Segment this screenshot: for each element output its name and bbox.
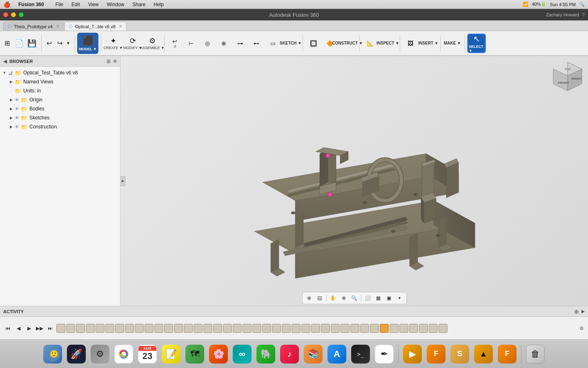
timeline-item-37[interactable] <box>409 324 418 333</box>
timeline-last-button[interactable]: ⏭ <box>46 324 55 333</box>
sketch-offset-button[interactable]: ⊕ <box>216 34 232 53</box>
bodies-expand[interactable]: ▶ <box>8 106 14 112</box>
root-expand-arrow[interactable]: ▼ <box>2 70 7 76</box>
dock-fusion360-2[interactable]: F <box>497 343 518 365</box>
timeline-item-22[interactable] <box>262 324 271 333</box>
timeline-item-8[interactable] <box>125 324 134 333</box>
timeline-item-5[interactable] <box>96 324 105 333</box>
make-button[interactable]: MAKE ▼ <box>443 34 462 53</box>
dock-vlc2[interactable]: ▲ <box>473 343 494 365</box>
construct-button[interactable]: CONSTRUCT ▼ <box>338 34 357 53</box>
create-button[interactable]: ✦ CREATE ▼ <box>104 34 122 53</box>
dock-chrome[interactable] <box>113 343 134 365</box>
timeline-play-button[interactable]: ▶ <box>24 324 33 333</box>
help-menu[interactable]: Help <box>152 2 165 7</box>
dock-arduino[interactable]: ∞ <box>232 343 253 365</box>
timeline-item-19[interactable] <box>233 324 242 333</box>
dock-evernote[interactable]: 🐘 <box>255 343 276 365</box>
dock-maps[interactable]: 🗺 <box>184 343 205 365</box>
tree-item-sketches[interactable]: ▶ 👁 📁 Sketches <box>0 113 120 122</box>
maximize-button[interactable] <box>19 12 24 17</box>
timeline-item-28[interactable] <box>321 324 330 333</box>
help-button[interactable]: ? <box>582 12 585 17</box>
timeline-item-34[interactable] <box>380 324 389 333</box>
new-file-button[interactable]: 📄 <box>13 35 25 52</box>
share-menu[interactable]: Share <box>131 2 147 7</box>
select-button[interactable]: ↖ SELECT ▼ <box>467 34 486 53</box>
insert-btn1[interactable]: 🖼 <box>403 34 418 53</box>
sketch-circle-button[interactable]: ◎ <box>200 34 215 53</box>
undo-dropdown[interactable]: ▼ <box>65 35 71 52</box>
timeline-item-14[interactable] <box>184 324 193 333</box>
insert-button[interactable]: INSERT ▼ <box>419 34 438 53</box>
timeline-item-33[interactable] <box>370 324 379 333</box>
vp-pan-button[interactable]: ✋ <box>328 293 338 303</box>
timeline-item-18[interactable] <box>223 324 232 333</box>
timeline-item-40[interactable] <box>439 324 448 333</box>
vp-pivot-button[interactable]: ⊕ <box>304 293 314 303</box>
timeline-item-30[interactable] <box>341 324 350 333</box>
edit-menu[interactable]: Edit <box>70 2 82 7</box>
undo-button[interactable]: ↩ <box>44 35 54 52</box>
timeline-next-button[interactable]: ▶▶ <box>35 324 44 333</box>
save-button[interactable]: 💾 <box>26 35 38 52</box>
3d-viewport[interactable]: FRONT RIGHT TOP ⊕ ⊟ ✋ ⊕ 🔍 ⬜ ▦ ▣ ▼ <box>120 56 588 306</box>
dock-notes[interactable]: 📝 <box>160 343 182 365</box>
close-button[interactable] <box>3 12 8 17</box>
timeline-item-1[interactable] <box>56 324 65 333</box>
timeline-item-2[interactable] <box>66 324 75 333</box>
eye-icon-origin[interactable]: 👁 <box>15 97 19 102</box>
timeline-item-39[interactable] <box>429 324 438 333</box>
dock-photos[interactable]: 🌸 <box>208 343 229 365</box>
vp-grid-button[interactable]: ▦ <box>374 293 383 303</box>
timeline-item-29[interactable] <box>331 324 340 333</box>
dock-fusion360-1[interactable]: F <box>425 343 447 365</box>
minimize-button[interactable] <box>11 12 16 17</box>
app-name-menu[interactable]: Fusion 360 <box>17 2 46 7</box>
timeline-item-13[interactable] <box>174 324 183 333</box>
sketch-line-button[interactable]: ↩ ↺ <box>167 34 183 53</box>
timeline-item-3[interactable] <box>76 324 85 333</box>
tree-item-root[interactable]: ▼ ⊿ 📁 Optical_Test_Table v6 v8 <box>0 68 120 77</box>
browser-settings-icon[interactable]: ⊕ <box>113 58 117 64</box>
construction-expand[interactable]: ▶ <box>8 124 14 130</box>
activity-expand-button[interactable]: ▶ <box>581 309 585 314</box>
timeline-item-32[interactable] <box>360 324 369 333</box>
tree-item-bodies[interactable]: ▶ 👁 📁 Bodies <box>0 104 120 113</box>
tab-optical-close[interactable]: ✕ <box>119 24 122 29</box>
tree-item-named-views[interactable]: ▶ 📁 Named Views <box>0 77 120 86</box>
assemble-button[interactable]: ⚙ ASSEMBLE ▼ <box>143 34 162 53</box>
sketches-expand[interactable]: ▶ <box>8 115 14 121</box>
modify-button[interactable]: ⟳ MODIFY ▼ <box>123 34 142 53</box>
dock-slack[interactable]: S <box>449 343 470 365</box>
tree-item-units[interactable]: 📁 Units: in <box>0 86 120 95</box>
dock-finder[interactable]: 🙂 <box>42 343 63 365</box>
timeline-item-10[interactable] <box>145 324 154 333</box>
activity-add-button[interactable]: ⊕ <box>574 308 579 315</box>
redo-button[interactable]: ↪ <box>55 35 65 52</box>
eye-icon-construction[interactable]: 👁 <box>15 124 19 129</box>
dock-calendar[interactable]: AUG 23 <box>137 343 158 365</box>
timeline-item-36[interactable] <box>399 324 408 333</box>
timeline-item-35[interactable] <box>390 324 399 333</box>
apps-button[interactable]: ⊞ <box>2 34 12 53</box>
inspect-btn1[interactable]: 📐 <box>362 34 378 53</box>
view-cube[interactable]: FRONT RIGHT TOP <box>551 60 584 93</box>
timeline-item-26[interactable] <box>301 324 310 333</box>
dock-books[interactable]: 📚 <box>303 343 324 365</box>
tab-prototype-close[interactable]: ✕ <box>56 24 59 29</box>
eye-icon-sketches[interactable]: 👁 <box>15 115 19 120</box>
browser-collapse-arrow[interactable]: ◀ <box>3 58 7 64</box>
dock-launchpad[interactable]: 🚀 <box>66 343 87 365</box>
timeline-item-38[interactable] <box>419 324 428 333</box>
timeline-item-24[interactable] <box>282 324 291 333</box>
dock-appstore[interactable]: A <box>326 343 347 365</box>
sketch-dash2-button[interactable]: ⊷ <box>249 34 264 53</box>
dock-sysprefs[interactable]: ⚙ <box>89 343 111 365</box>
timeline-item-4[interactable] <box>86 324 95 333</box>
sidebar-toggle[interactable]: ▶ <box>120 176 125 186</box>
timeline-item-16[interactable] <box>203 324 212 333</box>
construct-btn1[interactable]: 🔲 <box>305 34 321 53</box>
dock-inkscape[interactable]: ✒ <box>374 343 395 365</box>
vp-more-button[interactable]: ▼ <box>395 293 405 303</box>
